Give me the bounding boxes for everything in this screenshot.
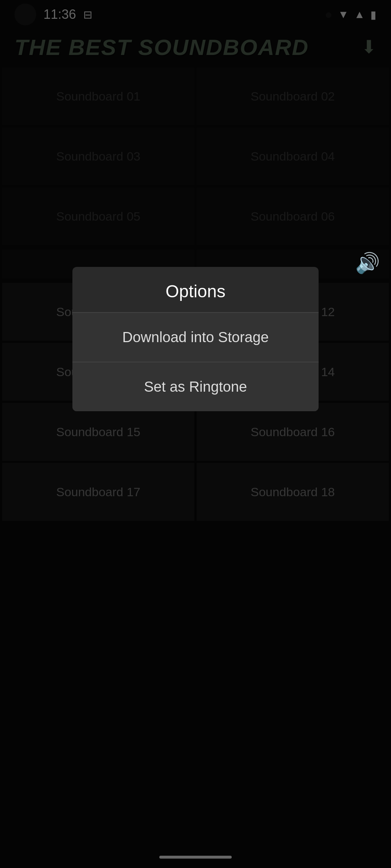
soundboard-cell-15[interactable]: Soundboard 15 [2,403,194,461]
download-storage-button[interactable]: Download into Storage [72,313,319,362]
cell-label-18: Soundboard 18 [251,485,335,499]
cell-label-03: Soundboard 03 [56,149,140,163]
status-left: 11:36 ⊟ [14,4,92,25]
bottom-nav [0,846,391,868]
record-dot: ● [325,7,333,22]
cell-label-01: Soundboard 01 [56,89,140,103]
wifi-icon: ▼ [338,8,349,21]
soundboard-cell-04[interactable]: Soundboard 04 [197,127,389,185]
cell-label-17: Soundboard 17 [56,485,140,499]
options-dialog: Options Download into Storage Set as Rin… [72,267,319,411]
cell-label-02: Soundboard 02 [251,89,335,103]
cell-label-16: Soundboard 16 [251,425,335,439]
status-time: 11:36 [43,7,76,22]
soundboard-grid-top: Soundboard 01 Soundboard 02 Soundboard 0… [0,65,391,247]
soundboard-cell-06[interactable]: Soundboard 06 [197,187,389,245]
cell-label-15: Soundboard 15 [56,425,140,439]
status-bar: 11:36 ⊟ ● ▼ ▲ ▮ [0,0,391,29]
soundboard-cell-16[interactable]: Soundboard 16 [197,403,389,461]
app-title: THE BEST SOUNDBOARD [14,34,309,60]
soundboard-cell-03[interactable]: Soundboard 03 [2,127,194,185]
cell-label-05: Soundboard 05 [56,209,140,224]
app-header: THE BEST SOUNDBOARD ⬇ [0,29,391,65]
soundboard-cell-17[interactable]: Soundboard 17 [2,463,194,521]
soundboard-cell-02[interactable]: Soundboard 02 [197,67,389,125]
status-right: ● ▼ ▲ ▮ [325,7,377,22]
clock-icon: ⊟ [83,8,92,21]
soundboard-cell-01[interactable]: Soundboard 01 [2,67,194,125]
bottom-bar-indicator [159,856,232,859]
download-icon[interactable]: ⬇ [361,37,377,58]
soundboard-cell-05[interactable]: Soundboard 05 [2,187,194,245]
battery-icon: ▮ [370,8,377,21]
cell-label-04: Soundboard 04 [251,149,335,163]
status-avatar [14,4,36,25]
soundboard-cell-18[interactable]: Soundboard 18 [197,463,389,521]
options-dialog-title: Options [72,267,319,312]
set-ringtone-button[interactable]: Set as Ringtone [72,362,319,411]
cell-label-06: Soundboard 06 [251,209,335,224]
signal-icon: ▲ [354,8,365,21]
